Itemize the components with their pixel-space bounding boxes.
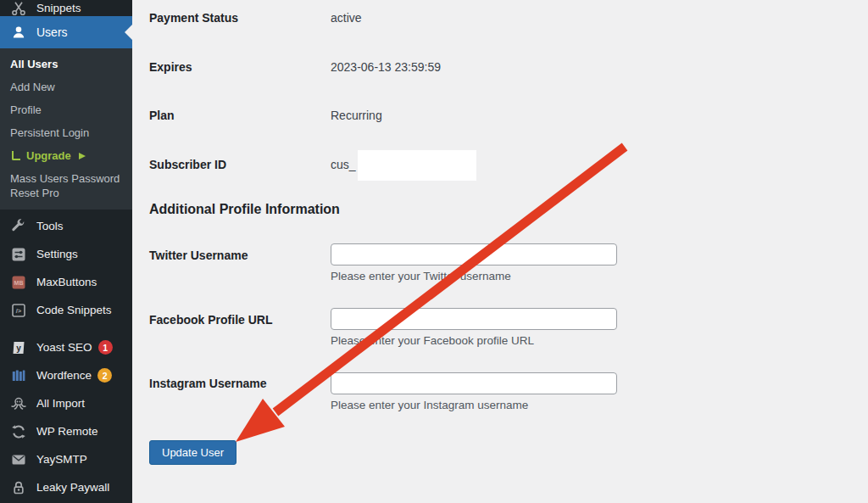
sidebar-item-users[interactable]: Users (0, 16, 132, 48)
submenu-item-upgrade[interactable]: Upgrade (0, 144, 132, 167)
sidebar-item-all-import[interactable]: All Import (0, 389, 132, 417)
users-submenu: All Users Add New Profile Persistent Log… (0, 48, 132, 210)
plan-label: Plan (149, 109, 175, 122)
redaction-box (358, 150, 476, 181)
instagram-username-input[interactable] (331, 372, 617, 394)
user-profile-panel: Payment Status active Expires 2023-06-13… (132, 0, 868, 503)
update-user-button[interactable]: Update User (149, 440, 236, 465)
payment-status-value: active (331, 11, 362, 25)
svg-text:y: y (16, 344, 21, 353)
sliders-icon (8, 246, 29, 263)
notification-badge: 2 (97, 368, 112, 383)
notification-badge: 1 (98, 340, 113, 355)
wordpress-admin-page: Snippets Users All Users Add New Profile… (0, 0, 868, 503)
sync-icon (8, 423, 29, 440)
sidebar-item-wp-remote[interactable]: WP Remote (0, 417, 132, 445)
subscriber-id-value: cus_ (331, 158, 356, 171)
submenu-item-all-users[interactable]: All Users (0, 53, 132, 75)
sidebar-item-maxbuttons[interactable]: MB MaxButtons (0, 268, 132, 296)
admin-main-menu: Tools Settings MB MaxButtons /> Code Sni… (0, 210, 132, 501)
subscriber-id-label: Subscriber ID (149, 158, 226, 171)
sidebar-item-settings[interactable]: Settings (0, 240, 132, 268)
twitter-username-label: Twitter Username (149, 249, 248, 262)
section-heading: Additional Profile Information (149, 202, 340, 217)
sidebar-item-code-snippets[interactable]: /> Code Snippets (0, 296, 132, 324)
menu-separator (0, 324, 132, 333)
expires-label: Expires (149, 60, 192, 74)
sidebar-item-label: Yoast SEO (36, 341, 92, 354)
active-item-arrow-icon (125, 25, 132, 40)
sidebar-item-label: Leaky Paywall (36, 481, 109, 494)
sidebar-item-label: Settings (36, 248, 78, 260)
arrow-right-icon (79, 153, 86, 159)
sidebar-item-yaysmtp[interactable]: YaySMTP (0, 445, 132, 473)
sidebar-item-label: Code Snippets (36, 304, 112, 316)
facebook-url-label: Facebook Profile URL (149, 313, 272, 327)
sidebar-item-tools[interactable]: Tools (0, 212, 132, 240)
sidebar-item-label: WP Remote (36, 425, 98, 438)
admin-sidebar: Snippets Users All Users Add New Profile… (0, 0, 132, 503)
sidebar-item-label: Snippets (36, 2, 81, 14)
sidebar-item-leaky-paywall[interactable]: Leaky Paywall (0, 473, 132, 501)
submenu-item-persistent-login[interactable]: Persistent Login (0, 121, 132, 144)
maxbuttons-icon: MB (8, 274, 29, 291)
facebook-url-input[interactable] (331, 308, 617, 330)
submenu-item-profile[interactable]: Profile (0, 98, 132, 121)
sidebar-item-label: Tools (36, 220, 64, 232)
yoast-icon: y (8, 339, 29, 356)
sidebar-item-label: Users (36, 25, 68, 39)
submenu-item-mass-users-password-reset-pro[interactable]: Mass Users Password Reset Pro (0, 167, 132, 204)
sidebar-item-yoast-seo[interactable]: y Yoast SEO 1 (0, 333, 132, 361)
lock-icon (8, 479, 29, 496)
instagram-username-label: Instagram Username (149, 377, 267, 390)
sidebar-item-snippets[interactable]: Snippets (0, 0, 132, 16)
instagram-help-text: Please enter your Instagram username (331, 399, 528, 411)
payment-status-label: Payment Status (149, 11, 238, 25)
twitter-help-text: Please enter your Twitter username (331, 270, 511, 282)
sidebar-item-label: Wordfence (36, 369, 92, 382)
sidebar-item-label: All Import (36, 397, 85, 410)
twitter-username-input[interactable] (331, 243, 617, 265)
sidebar-item-wordfence[interactable]: Wordfence 2 (0, 361, 132, 389)
sidebar-item-label: MaxButtons (36, 276, 97, 288)
plan-value: Recurring (331, 109, 382, 122)
users-icon (8, 24, 29, 41)
facebook-help-text: Please enter your Facebook profile URL (331, 334, 534, 347)
branch-icon (12, 151, 20, 160)
expires-value: 2023-06-13 23:59:59 (331, 60, 441, 74)
svg-text:/>: /> (16, 307, 22, 315)
code-icon: /> (8, 302, 29, 319)
octopus-icon (8, 395, 29, 412)
sidebar-item-label: YaySMTP (36, 453, 87, 466)
scissors-icon (8, 0, 29, 16)
submenu-item-add-new[interactable]: Add New (0, 75, 132, 98)
wordfence-icon (8, 367, 29, 384)
wrench-icon (8, 218, 29, 235)
upgrade-label: Upgrade (26, 148, 71, 163)
svg-text:MB: MB (14, 280, 24, 286)
envelope-icon (8, 451, 29, 468)
